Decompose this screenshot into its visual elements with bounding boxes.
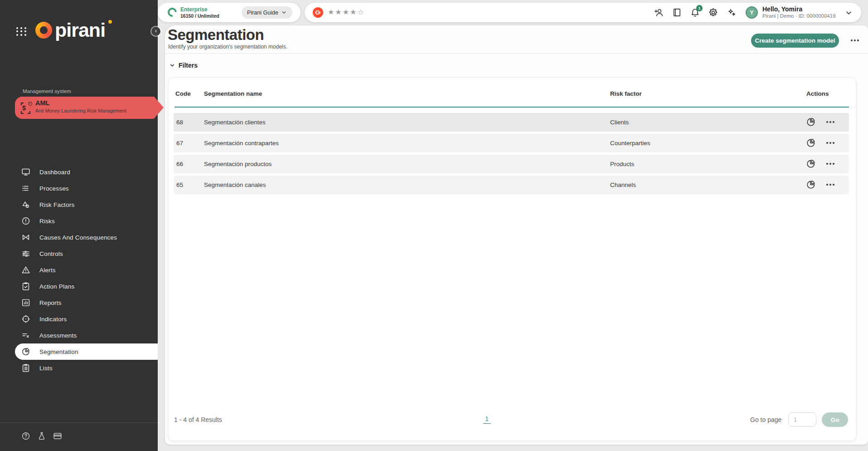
page-title: Segmentation bbox=[168, 26, 264, 44]
app-window: pirani Management system $ AML Anti Mone… bbox=[0, 0, 868, 451]
create-segmentation-button[interactable]: Create segmentation model bbox=[751, 34, 839, 48]
sidebar-item-label: Processes bbox=[39, 185, 69, 192]
topbar-icons: 1 bbox=[654, 7, 737, 18]
g2-logo-icon[interactable]: G2 bbox=[313, 7, 323, 18]
sidebar-item-dashboard[interactable]: Dashboard bbox=[0, 164, 158, 180]
row-overflow-menu-icon[interactable] bbox=[826, 121, 834, 123]
table-row[interactable]: 68Segmentación clientesClients bbox=[174, 113, 849, 132]
sidebar-item-alerts[interactable]: Alerts bbox=[0, 262, 158, 278]
pie-chart-icon[interactable] bbox=[805, 158, 816, 169]
list-clipboard-icon bbox=[21, 363, 31, 373]
goto-page-label: Go to page bbox=[750, 416, 781, 423]
user-greeting: Hello, Yomira bbox=[762, 5, 802, 13]
sidebar-item-segmentation[interactable]: Segmentation bbox=[15, 343, 158, 360]
user-meta: Pirani | Demo · ID: 0000000419 bbox=[762, 13, 836, 19]
table-row[interactable]: 66Segmentación productosProducts bbox=[174, 155, 849, 173]
sidebar-item-causes-and-consequences[interactable]: Causes And Consequences bbox=[0, 229, 158, 245]
goto-page-input[interactable] bbox=[788, 412, 816, 426]
cell-segmentation-name: Segmentación canales bbox=[204, 176, 266, 194]
sidebar-item-risks[interactable]: Risks bbox=[0, 213, 158, 229]
module-name: Anti Money Laundering Risk Management bbox=[35, 108, 126, 113]
credit-card-icon[interactable] bbox=[53, 431, 63, 441]
sparkle-icon[interactable] bbox=[726, 7, 737, 18]
gear-icon[interactable] bbox=[708, 7, 718, 18]
row-overflow-menu-icon[interactable] bbox=[826, 142, 834, 144]
results-count: 1 - 4 of 4 Results bbox=[174, 416, 222, 423]
row-overflow-menu-icon[interactable] bbox=[826, 163, 834, 165]
table-body: 68Segmentación clientesClients67Segmenta… bbox=[174, 113, 849, 196]
row-actions bbox=[805, 137, 834, 148]
module-code: AML bbox=[35, 99, 49, 107]
cell-risk-factor: Counterparties bbox=[610, 134, 650, 152]
sidebar-item-lists[interactable]: Lists bbox=[0, 360, 158, 376]
page-subtitle: Identify your organization's segmentatio… bbox=[168, 44, 287, 50]
cell-code: 66 bbox=[176, 155, 183, 173]
user-menu-chevron-icon[interactable] bbox=[845, 9, 853, 17]
page-overflow-menu-icon[interactable] bbox=[851, 39, 859, 41]
cell-code: 67 bbox=[176, 134, 183, 152]
sidebar: pirani Management system $ AML Anti Mone… bbox=[0, 0, 158, 451]
column-header-risk-factor: Risk factor bbox=[610, 90, 642, 97]
brand-header: pirani bbox=[0, 0, 158, 50]
table-row[interactable]: 65Segmentación canalesChannels bbox=[174, 176, 849, 194]
sidebar-item-label: Risk Factors bbox=[39, 201, 74, 208]
add-user-icon[interactable] bbox=[654, 7, 664, 18]
module-banner-aml[interactable]: $ AML Anti Money Laundering Risk Managem… bbox=[15, 97, 154, 119]
sidebar-collapse-button[interactable]: ‹ bbox=[151, 27, 160, 36]
rating-stars[interactable]: ★★★★☆ bbox=[328, 8, 365, 16]
logo-yellow-dot bbox=[108, 20, 112, 24]
chevron-down-icon bbox=[281, 10, 287, 15]
pie-chart-icon[interactable] bbox=[805, 137, 816, 148]
row-overflow-menu-icon[interactable] bbox=[826, 184, 834, 186]
pie-chart-icon[interactable] bbox=[805, 117, 816, 127]
book-icon[interactable] bbox=[672, 7, 682, 18]
row-actions bbox=[805, 179, 834, 190]
cell-risk-factor: Channels bbox=[610, 176, 636, 194]
pie-chart-icon bbox=[21, 347, 31, 357]
cell-code: 68 bbox=[176, 113, 183, 132]
sliders-icon bbox=[21, 249, 31, 259]
sidebar-item-label: Dashboard bbox=[39, 169, 70, 176]
sidebar-item-label: Reports bbox=[39, 299, 62, 306]
cell-code: 65 bbox=[176, 176, 183, 194]
sidebar-item-indicators[interactable]: Indicators bbox=[0, 311, 158, 327]
sidebar-item-assessments[interactable]: Assessments bbox=[0, 327, 158, 343]
sidebar-nav: DashboardProcessesRisk FactorsRisksCause… bbox=[0, 164, 158, 376]
pie-chart-icon[interactable] bbox=[805, 179, 816, 190]
filters-label: Filters bbox=[179, 62, 198, 69]
sidebar-item-label: Action Plans bbox=[39, 283, 74, 290]
page-number-1[interactable]: 1 bbox=[483, 415, 490, 424]
help-icon[interactable] bbox=[21, 431, 31, 441]
table-row[interactable]: 67Segmentación contrapartesCounterpartie… bbox=[174, 134, 849, 152]
cell-segmentation-name: Segmentación productos bbox=[204, 155, 272, 173]
apps-grid-icon[interactable] bbox=[16, 27, 29, 37]
sidebar-item-label: Causes And Consequences bbox=[39, 234, 117, 241]
sidebar-item-reports[interactable]: Reports bbox=[0, 294, 158, 311]
cell-segmentation-name: Segmentación clientes bbox=[204, 113, 266, 132]
sidebar-item-risk-factors[interactable]: Risk Factors bbox=[0, 196, 158, 213]
bell-icon[interactable]: 1 bbox=[690, 7, 700, 18]
column-header-name: Segmentation name bbox=[204, 90, 262, 97]
process-lines-icon bbox=[21, 183, 31, 193]
sidebar-footer bbox=[21, 431, 63, 441]
segmentation-table-card: Code Segmentation name Risk factor Actio… bbox=[169, 78, 856, 441]
risk-gear-icon bbox=[21, 200, 31, 210]
go-button[interactable]: Go bbox=[822, 412, 848, 427]
plan-usage: 16150 / Unlimited bbox=[180, 13, 219, 19]
brand-logo-text: pirani bbox=[55, 19, 105, 41]
sidebar-item-action-plans[interactable]: Action Plans bbox=[0, 278, 158, 294]
header-divider bbox=[165, 53, 868, 54]
sidebar-item-label: Assessments bbox=[39, 332, 77, 339]
flask-icon[interactable] bbox=[37, 431, 47, 441]
sidebar-item-processes[interactable]: Processes bbox=[0, 180, 158, 196]
filters-toggle[interactable]: Filters bbox=[169, 62, 198, 69]
pirani-guide-button[interactable]: Pirani Guide bbox=[242, 6, 292, 19]
user-avatar[interactable]: Y bbox=[746, 6, 758, 19]
sidebar-item-controls[interactable]: Controls bbox=[0, 245, 158, 262]
pirani-logo-icon bbox=[35, 22, 52, 39]
sidebar-item-label: Lists bbox=[39, 365, 53, 372]
sidebar-item-label: Alerts bbox=[39, 267, 56, 274]
main-panel: Segmentation Identify your organization'… bbox=[165, 25, 868, 445]
notification-badge: 1 bbox=[696, 5, 703, 11]
management-system-label: Management system bbox=[23, 88, 71, 94]
